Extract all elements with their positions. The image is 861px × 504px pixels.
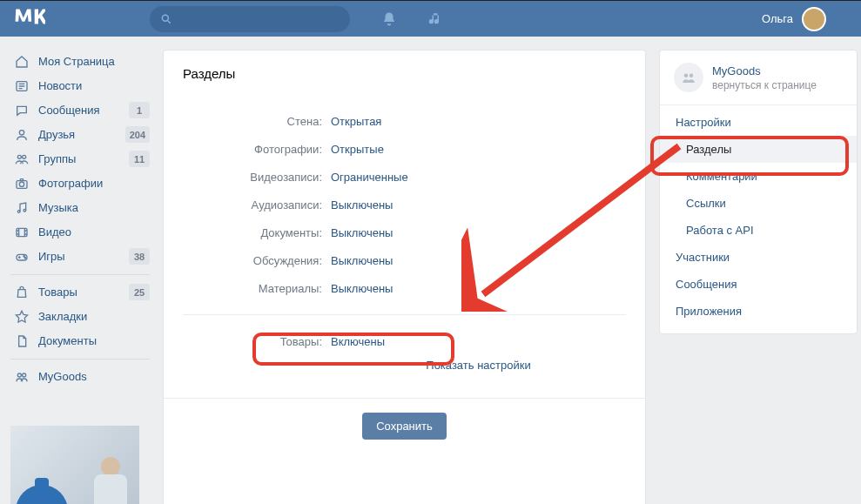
group-icon <box>14 370 30 384</box>
notifications-icon[interactable] <box>381 11 397 27</box>
card-title: Разделы <box>164 50 645 107</box>
chat-icon <box>14 104 30 118</box>
sections-card: Разделы Стена: Открытая Фотографии: Откр… <box>163 50 646 504</box>
row-photos: Фотографии: Открытые <box>164 135 645 163</box>
nav-music[interactable]: Музыка <box>10 196 150 220</box>
svg-point-4 <box>23 155 26 158</box>
row-label: Аудиозаписи: <box>183 198 331 212</box>
nav-badge: 204 <box>125 126 150 143</box>
side-item-api[interactable]: Работа с API <box>660 217 857 244</box>
row-value[interactable]: Выключены <box>331 198 393 212</box>
nav-label: Товары <box>38 286 77 299</box>
row-label: Стена: <box>183 115 331 128</box>
user-name-label: Ольга <box>762 12 793 25</box>
nav-label: Друзья <box>38 128 75 142</box>
nav-label: Сообщения <box>38 104 100 118</box>
nav-separator <box>10 359 150 360</box>
row-label: Фотографии: <box>183 143 331 156</box>
friends-icon <box>14 128 30 142</box>
nav-news[interactable]: Новости <box>10 74 150 98</box>
nav-mygoods[interactable]: MyGoods <box>10 365 150 389</box>
svg-point-11 <box>24 256 24 257</box>
side-item-comments[interactable]: Комментарии <box>660 163 857 190</box>
sidebar-header[interactable]: MyGoods вернуться к странице <box>660 50 857 101</box>
row-value[interactable]: Включены <box>331 335 385 348</box>
svg-point-14 <box>23 373 26 377</box>
row-discuss: Обсуждения: Выключены <box>164 246 645 274</box>
svg-point-2 <box>19 131 24 135</box>
nav-video[interactable]: Видео <box>10 220 150 245</box>
home-icon <box>14 55 30 69</box>
side-item-sections[interactable]: Разделы <box>660 136 857 163</box>
camera-icon <box>14 177 30 191</box>
side-item-links[interactable]: Ссылки <box>660 190 857 217</box>
nav-my-page[interactable]: Моя Страница <box>10 50 150 74</box>
svg-point-15 <box>684 74 689 78</box>
nav-goods[interactable]: Товары 25 <box>10 280 150 305</box>
svg-point-0 <box>162 15 168 21</box>
user-menu[interactable]: Ольга <box>762 7 851 31</box>
row-docs: Документы: Выключены <box>164 218 645 246</box>
nav-separator <box>10 274 150 275</box>
show-settings-link[interactable]: Показать настройки <box>426 359 530 372</box>
row-value[interactable]: Открытые <box>331 143 384 156</box>
row-wall: Стена: Открытая <box>164 107 645 135</box>
svg-point-8 <box>24 209 26 212</box>
svg-point-16 <box>689 74 694 78</box>
nav-groups[interactable]: Группы 11 <box>10 147 150 171</box>
nav-label: MyGoods <box>38 370 87 384</box>
video-icon <box>14 225 30 239</box>
nav-label: Видео <box>38 225 71 239</box>
music-icon[interactable] <box>428 11 444 27</box>
side-item-members[interactable]: Участники <box>660 244 857 271</box>
settings-sidebar: MyGoods вернуться к странице Настройки Р… <box>659 50 858 334</box>
side-item-apps[interactable]: Приложения <box>660 298 857 325</box>
row-value[interactable]: Ограниченные <box>331 171 408 184</box>
back-to-page-link[interactable]: вернуться к странице <box>712 79 817 91</box>
nav-photos[interactable]: Фотографии <box>10 171 150 196</box>
row-value[interactable]: Открытая <box>331 115 381 128</box>
nav-friends[interactable]: Друзья 204 <box>10 123 150 147</box>
left-nav: Моя Страница Новости Сообщения 1 Друзья … <box>10 50 150 504</box>
avatar <box>802 7 826 31</box>
groups-icon <box>14 152 30 166</box>
doc-icon <box>14 334 30 348</box>
row-value[interactable]: Выключены <box>331 254 393 267</box>
svg-point-13 <box>17 373 21 377</box>
nav-label: Закладки <box>38 310 87 324</box>
show-settings-link-row: Показать настройки <box>164 355 645 375</box>
nav-docs[interactable]: Документы <box>10 329 150 353</box>
row-videos: Видеозаписи: Ограниченные <box>164 163 645 191</box>
nav-label: Группы <box>38 152 76 166</box>
row-value[interactable]: Выключены <box>331 282 393 295</box>
topbar: Ольга <box>0 0 861 37</box>
divider <box>660 104 857 105</box>
star-icon <box>14 310 30 324</box>
nav-games[interactable]: Игры 38 <box>10 245 150 269</box>
svg-point-6 <box>19 182 24 186</box>
row-label: Обсуждения: <box>183 254 331 267</box>
nav-badge: 25 <box>129 284 150 300</box>
row-material: Материалы: Выключены <box>164 274 645 302</box>
divider <box>164 398 645 399</box>
row-label: Материалы: <box>183 282 331 295</box>
nav-label: Игры <box>38 250 65 264</box>
news-icon <box>14 79 30 93</box>
bag-icon <box>14 286 30 299</box>
search-input[interactable] <box>150 6 350 32</box>
nav-badge: 1 <box>129 102 150 118</box>
nav-label: Моя Страница <box>38 55 115 69</box>
side-item-settings[interactable]: Настройки <box>660 109 857 136</box>
nav-messages[interactable]: Сообщения 1 <box>10 98 150 123</box>
vk-logo[interactable] <box>10 8 143 30</box>
svg-point-12 <box>24 258 25 259</box>
svg-rect-9 <box>17 228 27 236</box>
row-value[interactable]: Выключены <box>331 226 393 239</box>
side-item-messages[interactable]: Сообщения <box>660 271 857 298</box>
nav-label: Музыка <box>38 201 78 215</box>
row-label: Документы: <box>183 226 331 239</box>
save-button[interactable]: Сохранить <box>362 413 447 440</box>
nav-label: Фотографии <box>38 177 103 191</box>
nav-bookmarks[interactable]: Закладки <box>10 305 150 329</box>
nav-badge: 38 <box>129 248 150 265</box>
